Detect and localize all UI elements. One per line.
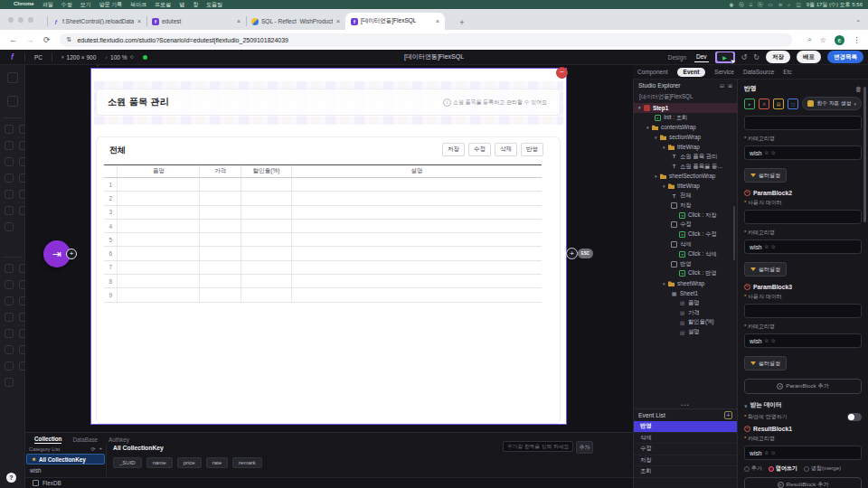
user-data-input[interactable] (744, 210, 862, 224)
sheet-cell[interactable] (118, 220, 200, 232)
add-event-button[interactable]: + (724, 411, 732, 419)
sheet-row[interactable]: 2 (104, 192, 542, 205)
filter-settings-button[interactable]: 필터설정 (744, 356, 787, 371)
url-text[interactable]: edutest.flextudio.com/studio?ScenarioId=… (77, 37, 288, 43)
delete-event-icon[interactable]: 🗑 (855, 86, 862, 92)
user-data-input[interactable] (744, 116, 862, 130)
sheet-cell[interactable] (118, 233, 200, 246)
tab-design[interactable]: Design (666, 52, 688, 62)
tree-caret-icon[interactable]: ▾ (663, 145, 668, 150)
menubar-item[interactable]: 수정 (61, 1, 72, 9)
keyboard-icon[interactable]: Ⓐ (758, 2, 763, 8)
maximize-window-icon[interactable] (28, 17, 33, 23)
clear-icon[interactable]: ⊘ (765, 150, 769, 155)
sheet-cell[interactable] (292, 220, 542, 232)
tab-dev[interactable]: Dev (694, 52, 709, 62)
site-settings-icon[interactable]: ⇅ (67, 36, 72, 43)
flexdb-tab[interactable]: DataBase (72, 436, 98, 443)
menubar-item[interactable]: 파일 (42, 1, 53, 9)
event-type-red-icon[interactable]: ✕ (759, 99, 769, 109)
event-list-item[interactable]: 저장 (634, 455, 737, 467)
event-type-yellow-icon[interactable]: ▤ (773, 99, 784, 109)
radio-option[interactable]: 병합(merge) (804, 465, 841, 473)
sheet-cell[interactable] (241, 178, 292, 191)
sheet-cell[interactable] (241, 275, 292, 287)
component-tool-icon[interactable] (5, 190, 14, 199)
widget-tool-icon[interactable] (5, 329, 14, 338)
data-sheet[interactable]: 품명 가격 할인율(%) 설명 1 (104, 164, 542, 303)
sheet-cell[interactable] (241, 247, 292, 259)
field-chip[interactable]: _SUID (113, 457, 142, 468)
collapse-tree-icon[interactable]: ⊟ (720, 82, 724, 89)
sheet-row[interactable]: 1 (104, 178, 542, 192)
sheet-cell[interactable] (292, 275, 542, 287)
clear-icon[interactable]: ⊘ (765, 338, 769, 343)
layout-tool-icon[interactable] (7, 72, 18, 83)
flexstudio-logo[interactable]: f (7, 52, 17, 62)
sheet-row[interactable]: 6 (104, 247, 542, 260)
clear-icon[interactable]: ⊘ (765, 450, 769, 455)
flexdb-tab[interactable]: Collection (34, 436, 61, 444)
tree-item[interactable]: 소원 품목을 등… (634, 162, 737, 172)
widget-tool-icon[interactable] (5, 296, 14, 305)
menubar-item[interactable]: 탭 (179, 1, 184, 9)
sheet-cell[interactable] (118, 192, 200, 204)
help-button[interactable]: ? (6, 473, 16, 483)
sheet-cell[interactable] (200, 178, 241, 191)
radio-option[interactable]: 덮어쓰기 (769, 465, 797, 473)
tree-item[interactable]: 전체 (634, 191, 737, 201)
copy-icon[interactable]: ⧉ (771, 244, 775, 250)
sheet-cell[interactable] (292, 288, 542, 301)
browser-tab[interactable]: edutest × (146, 13, 246, 30)
title-card[interactable]: 소원 품목 관리 i 소원 품목을 등록하고 관리할 수 있어요. (96, 89, 561, 116)
panel-resize-handle[interactable]: ••• (634, 402, 737, 408)
tab-close-icon[interactable]: × (436, 18, 439, 24)
redo-icon[interactable]: ↻ (753, 53, 760, 61)
category-input[interactable]: wish ⊘ ⧉ (744, 446, 862, 460)
tab-search-icon[interactable]: ⌄ (855, 16, 861, 23)
container-tool-icon[interactable] (7, 96, 18, 107)
device-selector[interactable]: PC (34, 54, 42, 61)
zoom-reset-icon[interactable]: ⟲ (130, 54, 134, 60)
display-icon[interactable]: ⌸ (750, 2, 752, 8)
crud-button[interactable]: 삭제 (495, 143, 517, 156)
tree-item[interactable]: ▾ sheetSectionWrap (634, 172, 737, 182)
remove-block-icon[interactable]: − (744, 190, 750, 196)
category-input[interactable]: wish ⊘ ⧉ (744, 145, 862, 160)
minimize-window-icon[interactable] (18, 17, 24, 23)
component-tool-icon[interactable] (5, 157, 14, 166)
menubar-item[interactable]: 프로필 (155, 1, 171, 9)
category-item[interactable]: wish (25, 465, 106, 475)
crud-button[interactable]: 저장 (442, 143, 465, 156)
battery-icon[interactable]: ▭ (769, 2, 773, 7)
menubar-clock[interactable]: 9월 17일 (수) 오후 5:56 (807, 1, 863, 9)
sheet-cell[interactable] (241, 206, 292, 219)
tab-close-icon[interactable]: × (137, 18, 141, 24)
zoom-level[interactable]: ⌕100 %⟲ (105, 54, 133, 61)
tree-item[interactable]: ▾ titleWrap (634, 181, 737, 191)
field-chip[interactable]: remark (232, 457, 262, 468)
close-window-icon[interactable] (8, 17, 14, 23)
tree-item[interactable]: Sheet1 (634, 288, 737, 298)
sheet-cell[interactable] (241, 233, 292, 246)
receive-data-header[interactable]: ∨ 받는 데이터 (744, 401, 862, 409)
sheet-cell[interactable] (241, 261, 292, 274)
tree-item[interactable]: 반영 (634, 259, 737, 269)
event-list-item[interactable]: 삭제 (634, 433, 737, 445)
notion-icon[interactable]: Ⓝ (739, 2, 744, 8)
crud-button[interactable]: 수정 (468, 143, 491, 156)
url-bar[interactable]: ⇅ edutest.flextudio.com/studio?ScenarioI… (60, 33, 792, 47)
changelist-button[interactable]: 변경목록 (827, 51, 863, 63)
component-tool-icon[interactable] (5, 125, 14, 134)
param-block-header[interactable]: − ParamBlock3 (744, 284, 862, 290)
flexdb-tab[interactable]: Authkey (108, 436, 129, 443)
category-input[interactable]: wish ⊘ ⧉ (744, 333, 862, 348)
preview-play-button[interactable]: ▶ ➤ (715, 52, 735, 63)
record-icon[interactable]: ◉ (729, 2, 733, 7)
sheet-cell[interactable] (292, 178, 542, 191)
bookmark-star-icon[interactable]: ☆ (820, 36, 826, 44)
tree-item[interactable]: 수정 (634, 221, 737, 230)
tree-item[interactable]: Click : 반영 (634, 269, 737, 279)
category-input[interactable]: wish ⊘ ⧉ (744, 239, 862, 254)
mode-tab[interactable]: Service (714, 69, 734, 75)
